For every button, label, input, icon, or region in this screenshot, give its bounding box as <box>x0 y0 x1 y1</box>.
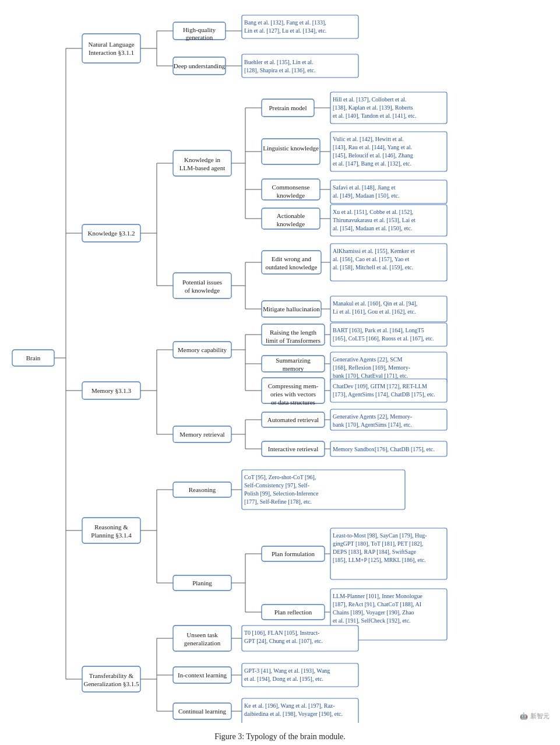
svg-text:Manakul et al. [160], Qin et a: Manakul et al. [160], Qin et al. [94], <box>333 300 417 307</box>
svg-rect-31 <box>173 150 231 176</box>
svg-text:[138], Kaplan et al. [139], Ro: [138], Kaplan et al. [139], Roberts <box>333 104 413 111</box>
svg-text:Transferability &: Transferability & <box>89 672 133 679</box>
watermark-icon: 🤖 <box>520 712 528 720</box>
svg-text:et al. [194], Dong et al. [195: et al. [194], Dong et al. [195], etc. <box>244 676 323 682</box>
svg-text:ories with vectors: ories with vectors <box>270 391 315 398</box>
svg-text:Automated retrieval: Automated retrieval <box>267 416 318 423</box>
svg-text:Ke et al. [196], Wang et al. [: Ke et al. [196], Wang et al. [197], Raz- <box>244 702 335 709</box>
svg-text:Thirunavukarasu et al. [153], : Thirunavukarasu et al. [153], Lai et <box>333 217 415 223</box>
svg-text:Continual learning: Continual learning <box>178 708 226 715</box>
svg-text:DEPS [183], RAP [184], SwiftSa: DEPS [183], RAP [184], SwiftSage <box>333 549 417 555</box>
svg-text:of knowledge: of knowledge <box>184 287 219 294</box>
svg-text:Plan formulation: Plan formulation <box>271 550 315 557</box>
svg-text:BART [163], Park et al. [164],: BART [163], Park et al. [164], LongT5 <box>333 327 424 333</box>
svg-text:knowledge: knowledge <box>276 220 304 227</box>
svg-text:generalization: generalization <box>184 639 220 646</box>
svg-text:High-quality: High-quality <box>182 26 216 33</box>
svg-text:Buehler et al. [135], Lin et a: Buehler et al. [135], Lin et al. <box>244 59 314 65</box>
svg-text:Planning §3.1.4: Planning §3.1.4 <box>91 532 132 539</box>
svg-text:Xu et al. [151], Cobbe et al. : Xu et al. [151], Cobbe et al. [152], <box>333 209 413 215</box>
svg-text:gingGPT [180], ToT [181], PET : gingGPT [180], ToT [181], PET [182], <box>333 540 423 547</box>
svg-text:al. [156], Cao et al. [157], Y: al. [156], Cao et al. [157], Yao et <box>333 256 409 262</box>
svg-text:Commonsense: Commonsense <box>272 184 309 191</box>
svg-text:et al. [191], SelfCheck [192],: et al. [191], SelfCheck [192], etc. <box>333 617 411 624</box>
svg-rect-22 <box>242 54 358 78</box>
svg-rect-191 <box>173 625 231 651</box>
svg-text:memory: memory <box>282 365 304 372</box>
svg-text:bank [170], AgentSims [174], e: bank [170], AgentSims [174], etc. <box>333 421 412 428</box>
svg-text:al. [149], Madaan [150], etc.: al. [149], Madaan [150], etc. <box>333 192 399 199</box>
svg-rect-5 <box>82 34 140 63</box>
svg-text:Raising the length: Raising the length <box>269 329 316 336</box>
svg-text:Memory §3.1.3: Memory §3.1.3 <box>91 387 131 394</box>
svg-text:Potential issues: Potential issues <box>182 279 221 286</box>
svg-text:Self-Consistency [97], Self-: Self-Consistency [97], Self- <box>244 482 309 489</box>
svg-text:daibiedina et al. [198], Voyag: daibiedina et al. [198], Voyager [190], … <box>244 711 343 717</box>
watermark-text: 新智元 <box>530 712 550 721</box>
svg-text:GPT [24], Chung et al. [107], : GPT [24], Chung et al. [107], etc. <box>244 638 323 644</box>
figure-caption-text: Figure 3: Typology of the brain module. <box>214 732 346 741</box>
tree-diagram: .node-box { fill: white; stroke: #4a7abf… <box>6 6 554 723</box>
svg-rect-71 <box>173 273 231 298</box>
svg-text:Planing: Planing <box>192 579 212 586</box>
svg-text:[173], AgentSims [174], ChatDB: [173], AgentSims [174], ChatDB [175], et… <box>333 391 435 398</box>
svg-text:Memory Sandbox[176], ChatDB [1: Memory Sandbox[176], ChatDB [175], etc. <box>333 446 435 452</box>
svg-text:Brain: Brain <box>26 354 40 361</box>
svg-text:Natural Language: Natural Language <box>88 41 134 48</box>
svg-rect-185 <box>82 666 140 692</box>
svg-text:In-context learning: In-context learning <box>178 672 227 679</box>
svg-text:GPT-3 [41], Wang et al. [193],: GPT-3 [41], Wang et al. [193], Wang <box>244 667 330 674</box>
svg-text:Generative Agents [22], Memory: Generative Agents [22], Memory- <box>333 413 412 420</box>
svg-text:Li et al. [161], Gou et al. [1: Li et al. [161], Gou et al. [162], etc. <box>333 308 415 315</box>
svg-text:Knowledge §3.1.2: Knowledge §3.1.2 <box>87 230 135 237</box>
svg-rect-77 <box>262 251 321 274</box>
svg-text:Mitigate hallucination: Mitigate hallucination <box>263 305 320 312</box>
svg-text:AlKhamissi et al. [155], Kemke: AlKhamissi et al. [155], Kemker et <box>333 248 415 254</box>
svg-text:Generalization §3.1.5: Generalization §3.1.5 <box>83 680 139 687</box>
svg-text:et al. [140], Tandon et al. [1: et al. [140], Tandon et al. [141], etc. <box>333 113 417 119</box>
svg-text:[185], LLM+P [125], MRKL [186]: [185], LLM+P [125], MRKL [186], etc. <box>333 557 426 563</box>
tree-wrapper: .node-box { fill: white; stroke: #4a7abf… <box>6 6 554 725</box>
svg-text:Reasoning: Reasoning <box>188 486 216 493</box>
svg-text:bank [170], ChatEval [171], et: bank [170], ChatEval [171], etc. <box>333 372 408 379</box>
svg-text:Interactive retrieval: Interactive retrieval <box>267 445 318 452</box>
svg-text:Plan reflection: Plan reflection <box>274 609 312 616</box>
svg-rect-45 <box>262 139 320 164</box>
watermark: 🤖 新智元 <box>520 712 550 721</box>
svg-text:Interaction §3.1.1: Interaction §3.1.1 <box>89 49 134 56</box>
figure-container: .node-box { fill: white; stroke: #4a7abf… <box>0 6 560 742</box>
svg-text:Chains [189], Voyager [190], Z: Chains [189], Voyager [190], Zhao <box>333 609 414 616</box>
svg-text:Deep understanding: Deep understanding <box>173 62 225 69</box>
svg-text:or data structures: or data structures <box>271 399 315 406</box>
svg-text:[168], Reflexion [169], Memory: [168], Reflexion [169], Memory- <box>333 364 410 371</box>
svg-rect-147 <box>82 518 140 543</box>
svg-text:Knowledge in: Knowledge in <box>184 156 220 163</box>
svg-text:[165], CoLT5 [166], Ruoss et a: [165], CoLT5 [166], Ruoss et al. [167], … <box>333 335 434 342</box>
svg-text:Lin et al. [127], Lu et al. [1: Lin et al. [127], Lu et al. [134], etc. <box>244 27 326 34</box>
svg-text:Hill et al. [137], Collobert e: Hill et al. [137], Collobert et al. <box>333 96 406 103</box>
svg-text:Edit wrong and: Edit wrong and <box>272 255 311 262</box>
svg-text:Reasoning &: Reasoning & <box>94 523 128 530</box>
svg-text:Unseen task: Unseen task <box>186 631 218 638</box>
svg-text:[143], Rau et al. [144], Yang : [143], Rau et al. [144], Yang et al. <box>333 144 412 150</box>
svg-text:LLM-based agent: LLM-based agent <box>179 164 225 171</box>
svg-text:[145], Beloucif et al. [146], : [145], Beloucif et al. [146], Zhang <box>333 152 413 159</box>
svg-text:Bang et al. [132], Fang et al.: Bang et al. [132], Fang et al. [133], <box>244 19 326 26</box>
svg-text:generation: generation <box>185 34 213 41</box>
figure-caption: Figure 3: Typology of the brain module. <box>214 732 346 742</box>
svg-text:Actionable: Actionable <box>276 212 304 219</box>
svg-text:[187], ReAct [91], ChatCoT [18: [187], ReAct [91], ChatCoT [188], AI <box>333 601 421 607</box>
svg-text:al. [154], Madaan et al. [150]: al. [154], Madaan et al. [150], etc. <box>333 225 412 231</box>
svg-text:Memory retrieval: Memory retrieval <box>179 431 224 438</box>
svg-text:knowledge: knowledge <box>276 192 304 199</box>
svg-text:Pretrain model: Pretrain model <box>269 104 307 111</box>
svg-text:LLM-Planner [101], Inner Monol: LLM-Planner [101], Inner Monologue <box>333 593 422 599</box>
svg-text:ChatDev [109], GITM [172], RET: ChatDev [109], GITM [172], RET-LLM <box>333 383 427 389</box>
svg-text:CoT [95], Zero-shot-CoT [96],: CoT [95], Zero-shot-CoT [96], <box>244 474 316 480</box>
svg-text:Least-to-Most [98], SayCan [17: Least-to-Most [98], SayCan [179], Hug- <box>333 532 427 539</box>
svg-text:Generative Agents [22], SCM: Generative Agents [22], SCM <box>333 356 403 363</box>
svg-text:et al. [147], Bang et al. [132: et al. [147], Bang et al. [132], etc. <box>333 160 411 167</box>
svg-text:Safavi et al. [148], Jiang et: Safavi et al. [148], Jiang et <box>333 184 396 191</box>
svg-text:[128], Shapira et al. [136], e: [128], Shapira et al. [136], etc. <box>244 67 315 73</box>
svg-text:limit of Transformers: limit of Transformers <box>265 337 320 344</box>
